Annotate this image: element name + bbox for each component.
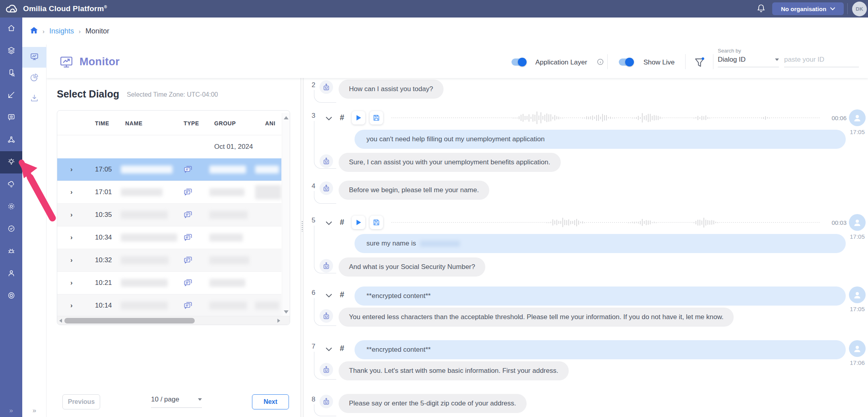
chat-bubbles-icon [183,187,193,199]
collapse-turn-chevron-icon[interactable] [326,347,331,352]
turn-number: 4 [312,182,315,190]
collapse-turn-chevron-icon[interactable] [326,116,331,121]
audio-waveform[interactable] [391,111,822,125]
lightbulb-icon [7,158,15,168]
page-size-select[interactable]: 10 / page [151,396,202,408]
turn-number: 2 [312,81,315,89]
turn-number: 6 [312,289,315,297]
subnav-collapse-button[interactable]: » [22,407,46,415]
audio-waveform[interactable] [391,215,822,230]
subnav-item-exports[interactable] [22,88,46,109]
home-icon[interactable] [30,27,38,35]
scroll-right-icon[interactable] [277,319,280,323]
scroll-down-icon[interactable] [284,310,289,314]
robot-avatar [320,363,333,376]
info-icon[interactable] [597,58,604,67]
breadcrumb-separator: › [43,28,45,35]
application-layer-toggle[interactable] [511,58,526,66]
sidebar-item-design-tools[interactable] [0,84,22,107]
user-avatar-initials[interactable]: DK [852,2,867,16]
breadcrumb-link-insights[interactable]: Insights [49,27,74,35]
bot-message-bubble: Thank you. Let's start with some basic i… [339,361,569,380]
dialog-row[interactable]: › 17:05 [57,158,281,181]
previous-page-button[interactable]: Previous [62,394,100,409]
chat-bubbles-icon [183,255,193,267]
sidebar-item-insights[interactable] [0,151,22,173]
panel-title: Select Dialog [57,88,119,100]
subnav-item-reports[interactable] [22,68,46,88]
collapse-turn-chevron-icon[interactable] [326,293,331,298]
panel-splitter[interactable] [300,78,304,417]
sidebar-item-support[interactable] [0,285,22,307]
dialog-row[interactable]: › 17:01 [57,181,281,204]
date-separator-row: Oct 01, 2024 [57,136,281,158]
scroll-left-icon[interactable] [59,319,62,323]
expand-chevron-icon[interactable]: › [70,166,73,173]
horizontal-scrollbar[interactable] [57,316,290,325]
user-message-bubble: sure my name is [355,234,846,253]
sidebar-item-conversations[interactable] [0,107,22,129]
breadcrumb-separator: › [79,28,81,35]
sidebar-item-voice-device[interactable] [0,62,22,84]
dialog-row[interactable]: › 10:32 [57,249,281,272]
expand-chevron-icon[interactable]: › [70,211,73,219]
bot-message-bubble: And what is your Social Security Number? [339,257,485,277]
show-live-toggle[interactable] [619,58,633,66]
search-by-select[interactable]: Dialog ID [718,56,779,67]
subnav-item-monitor[interactable] [22,47,46,68]
hash-icon[interactable]: # [340,113,344,122]
set-square-icon [7,91,15,101]
hash-icon[interactable]: # [340,218,344,227]
sidebar-item-debug[interactable] [0,240,22,263]
scrollbar-thumb[interactable] [64,318,195,323]
save-audio-button[interactable] [370,111,383,125]
hash-icon[interactable]: # [340,344,344,353]
user-message-bubble: **encrypted content** [355,286,846,306]
expand-chevron-icon[interactable]: › [70,279,73,287]
expand-chevron-icon[interactable]: › [70,302,73,310]
filter-funnel-icon[interactable] [694,57,705,71]
chevron-down-icon [198,398,202,401]
sidebar-item-deploy[interactable] [0,173,22,196]
play-audio-button[interactable] [352,216,365,229]
dialog-row[interactable]: › 10:34 [57,226,281,249]
sidebar-item-users[interactable] [0,263,22,285]
turn-number: 7 [312,343,315,351]
vertical-scrollbar[interactable] [282,113,290,317]
chevron-down-icon [775,58,779,61]
message-timestamp: 17:05 [847,129,867,135]
audio-duration: 00:06 [823,115,847,121]
sidebar-item-layers[interactable] [0,40,22,62]
dialog-row[interactable]: › 10:35 [57,204,281,226]
next-page-button[interactable]: Next [252,394,289,409]
redacted-name [121,188,163,196]
bot-message-bubble: You entered less characters than the acc… [339,308,734,327]
save-audio-button[interactable] [370,216,383,229]
expand-chevron-icon[interactable]: › [70,256,73,264]
user-avatar [849,340,866,357]
collapse-turn-chevron-icon[interactable] [326,220,331,226]
pie-chart-icon [30,73,39,84]
dialog-row[interactable]: › 10:21 [57,272,281,294]
expand-chevron-icon[interactable]: › [70,188,73,196]
chat-bubbles-icon [183,301,193,312]
bell-icon[interactable] [756,4,766,16]
dialog-row[interactable]: › 10:14 [57,294,281,317]
bot-message-bubble: Please say or enter the 5-digit zip code… [339,394,527,413]
play-audio-button[interactable] [352,111,365,125]
sidebar-item-orchestrator[interactable] [0,129,22,151]
sidebar-item-quality[interactable] [0,218,22,240]
dialog-id-input[interactable] [784,56,859,67]
dialog-table: TIME NAME TYPE GROUP ANI Oct 01, 2024 › … [57,110,290,325]
scroll-up-icon[interactable] [284,116,289,119]
organisation-selector-button[interactable]: No organisation [772,2,844,15]
turn-number: 3 [312,112,315,120]
robot-avatar [320,154,333,168]
organisation-label: No organisation [781,6,826,12]
expand-chevron-icon[interactable]: › [70,234,73,242]
page-title: Monitor [79,56,120,68]
sidebar-item-settings[interactable] [0,196,22,218]
sidebar-item-home[interactable] [0,18,22,40]
hash-icon[interactable]: # [340,290,344,299]
sidebar-collapse-button[interactable]: » [0,407,22,415]
